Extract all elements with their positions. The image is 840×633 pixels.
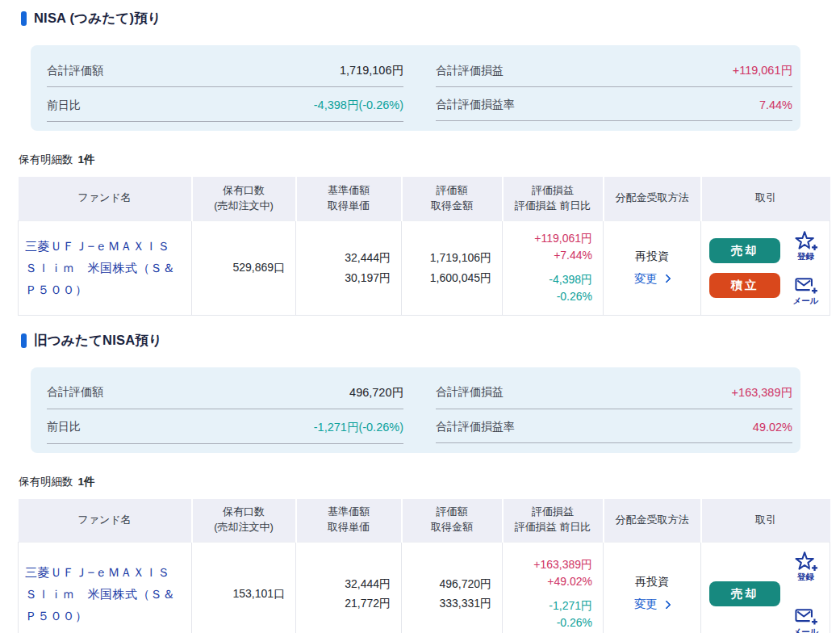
total-value-label: 合計評価額 bbox=[47, 385, 103, 400]
holdings-count-label: 保有明細数 bbox=[19, 153, 73, 166]
holdings-table: ファンド名 保有口数(売却注文中) 基準価額取得単価 評価額取得金額 評価損益評… bbox=[18, 499, 830, 633]
section-title: 旧つみたてNISA預り bbox=[21, 332, 830, 350]
mail-plus-icon bbox=[794, 606, 818, 627]
market-value: 1,719,106円 bbox=[430, 251, 491, 264]
nav-cell: 32,444円 30,197円 bbox=[296, 220, 402, 315]
mail-icon-label: メール bbox=[793, 296, 819, 306]
market-value: 496,720円 bbox=[439, 577, 491, 590]
header-dividend-method: 分配金受取方法 bbox=[604, 177, 701, 220]
pl-amount: +119,061円 bbox=[511, 230, 592, 247]
header-units: 保有口数(売却注文中) bbox=[192, 177, 296, 220]
section-marker-bar bbox=[21, 11, 27, 26]
dividend-method-cell: 再投資 変更 bbox=[604, 543, 701, 633]
total-value: 496,720円 bbox=[349, 385, 403, 400]
total-pl-rate-label: 合計評価損益率 bbox=[436, 420, 515, 434]
fund-name-cell: 三菱ＵＦＪ−ｅＭＡＸＩＳ Ｓｌｉｍ 米国株式（Ｓ＆Ｐ５００） bbox=[19, 220, 192, 315]
units-value: 153,101口 bbox=[232, 587, 285, 600]
day-change-label: 前日比 bbox=[47, 99, 81, 113]
header-pl: 評価損益評価損益 前日比 bbox=[503, 177, 604, 220]
acq-price-value: 30,197円 bbox=[345, 271, 391, 284]
pl-amount: +163,389円 bbox=[511, 556, 592, 573]
total-pl-rate-value: 49.02% bbox=[753, 421, 792, 434]
day-change-value: -1,271円(-0.26%) bbox=[314, 420, 403, 435]
holdings-count-line: 保有明細数1件 bbox=[19, 475, 830, 489]
fund-name-link[interactable]: 三菱ＵＦＪ−ｅＭＡＸＩＳ Ｓｌｉｍ 米国株式（Ｓ＆Ｐ５００） bbox=[25, 565, 175, 623]
section-title: NISA (つみたて)預り bbox=[21, 10, 830, 27]
day-change-value: -4,398円(-0.26%) bbox=[314, 98, 403, 113]
mail-icon-label: メール bbox=[793, 627, 819, 633]
section-marker-bar bbox=[21, 333, 27, 348]
header-fund-name: ファンド名 bbox=[19, 177, 192, 220]
header-trade: 取引 bbox=[701, 177, 830, 220]
fund-name-cell: 三菱ＵＦＪ−ｅＭＡＸＩＳ Ｓｌｉｍ 米国株式（Ｓ＆Ｐ５００） bbox=[19, 543, 192, 633]
header-nav: 基準価額取得単価 bbox=[296, 499, 402, 543]
register-favorite-button[interactable]: 登録 bbox=[794, 551, 818, 582]
total-pl-label: 合計評価損益 bbox=[436, 385, 504, 400]
acq-price-value: 21,772円 bbox=[345, 597, 391, 610]
header-value: 評価額取得金額 bbox=[402, 177, 503, 220]
day-pl-amount: -4,398円 bbox=[511, 271, 592, 288]
total-pl-value: +119,061円 bbox=[733, 63, 792, 78]
summary-row-day-change: 前日比 -4,398円(-0.26%) bbox=[47, 87, 403, 122]
change-dividend-link[interactable]: 変更 bbox=[634, 271, 670, 287]
chevron-right-icon bbox=[662, 600, 671, 609]
fund-name-link[interactable]: 三菱ＵＦＪ−ｅＭＡＸＩＳ Ｓｌｉｍ 米国株式（Ｓ＆Ｐ５００） bbox=[25, 239, 175, 296]
summary-row-total-pl: 合計評価損益 +163,389円 bbox=[436, 375, 792, 409]
summary-row-total-pl-rate: 合計評価損益率 49.02% bbox=[436, 409, 792, 443]
summary-row-total-pl: 合計評価損益 +119,061円 bbox=[436, 52, 792, 87]
table-row: 三菱ＵＦＪ−ｅＭＡＸＩＳ Ｓｌｉｍ 米国株式（Ｓ＆Ｐ５００） 153,101口 … bbox=[19, 543, 830, 633]
nav-value: 32,444円 bbox=[345, 577, 391, 590]
dividend-method-value: 再投資 bbox=[612, 575, 692, 589]
summary-row-total-pl-rate: 合計評価損益率 7.44% bbox=[436, 87, 792, 121]
header-pl: 評価損益評価損益 前日比 bbox=[503, 499, 604, 543]
holdings-table: ファンド名 保有口数(売却注文中) 基準価額取得単価 評価額取得金額 評価損益評… bbox=[18, 177, 830, 316]
summary-box: 合計評価額 496,720円 前日比 -1,271円(-0.26%) 合計評価損… bbox=[31, 367, 800, 453]
pl-cell: +119,061円 +7.44% -4,398円 -0.26% bbox=[503, 220, 604, 315]
acq-amount-value: 333,331円 bbox=[439, 597, 491, 610]
total-value: 1,719,106円 bbox=[340, 63, 403, 78]
star-plus-icon bbox=[794, 230, 818, 252]
pl-cell: +163,389円 +49.02% -1,271円 -0.26% bbox=[503, 543, 604, 633]
acq-amount-value: 1,600,045円 bbox=[430, 271, 491, 284]
section-title-text: 旧つみたてNISA預り bbox=[34, 332, 162, 350]
chevron-right-icon bbox=[662, 274, 671, 283]
register-favorite-button[interactable]: 登録 bbox=[794, 230, 818, 262]
header-value: 評価額取得金額 bbox=[402, 499, 503, 543]
tsumitate-button[interactable]: 積立 bbox=[709, 273, 780, 298]
sell-button[interactable]: 売却 bbox=[709, 581, 780, 606]
section-nisa-tsumitate: NISA (つみたて)預り 合計評価額 1,719,106円 前日比 -4,39… bbox=[18, 10, 830, 316]
table-header-row: ファンド名 保有口数(売却注文中) 基準価額取得単価 評価額取得金額 評価損益評… bbox=[19, 177, 830, 220]
trade-cell: 売却 積立 登録 bbox=[701, 220, 830, 315]
pl-rate: +49.02% bbox=[511, 573, 592, 590]
mail-alert-button[interactable]: メール bbox=[793, 275, 819, 306]
summary-box: 合計評価額 1,719,106円 前日比 -4,398円(-0.26%) 合計評… bbox=[31, 45, 800, 131]
dividend-method-cell: 再投資 変更 bbox=[604, 220, 701, 315]
header-dividend-method: 分配金受取方法 bbox=[604, 499, 701, 543]
header-units: 保有口数(売却注文中) bbox=[192, 499, 296, 543]
units-cell: 529,869口 bbox=[192, 220, 296, 315]
units-cell: 153,101口 bbox=[192, 543, 296, 633]
day-change-label: 前日比 bbox=[47, 420, 81, 434]
holdings-count-value: 1件 bbox=[78, 476, 95, 488]
star-plus-icon bbox=[794, 551, 818, 572]
day-pl-rate: -0.26% bbox=[511, 288, 592, 305]
summary-left-column: 合計評価額 496,720円 前日比 -1,271円(-0.26%) bbox=[47, 375, 403, 444]
header-fund-name: ファンド名 bbox=[19, 499, 192, 543]
trade-cell: 売却 登録 bbox=[701, 543, 830, 633]
total-pl-label: 合計評価損益 bbox=[436, 64, 504, 78]
total-pl-rate-value: 7.44% bbox=[759, 99, 792, 111]
summary-right-column: 合計評価損益 +119,061円 合計評価損益率 7.44% bbox=[436, 52, 792, 122]
total-pl-rate-label: 合計評価損益率 bbox=[436, 98, 515, 112]
header-nav: 基準価額取得単価 bbox=[296, 177, 402, 220]
pl-rate: +7.44% bbox=[511, 247, 592, 264]
holdings-count-line: 保有明細数1件 bbox=[19, 153, 830, 167]
value-cell: 496,720円 333,331円 bbox=[402, 543, 503, 633]
sell-button[interactable]: 売却 bbox=[709, 238, 780, 263]
section-old-tsumitate-nisa: 旧つみたてNISA預り 合計評価額 496,720円 前日比 -1,271円(-… bbox=[18, 332, 830, 633]
holdings-count-value: 1件 bbox=[78, 153, 95, 166]
change-dividend-link[interactable]: 変更 bbox=[634, 597, 670, 612]
mail-alert-button[interactable]: メール bbox=[793, 606, 819, 633]
dividend-method-value: 再投資 bbox=[612, 249, 692, 264]
day-pl-rate: -0.26% bbox=[511, 614, 592, 631]
total-value-label: 合計評価額 bbox=[47, 64, 103, 78]
